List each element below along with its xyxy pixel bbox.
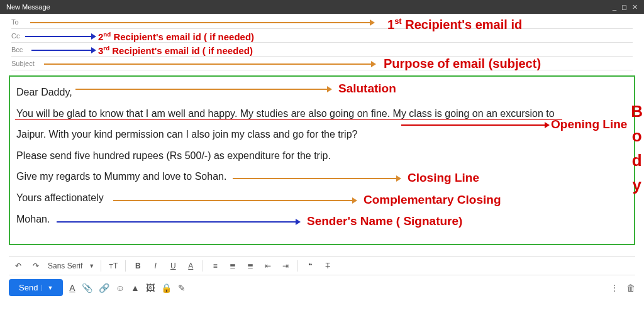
attach-file-icon[interactable]: 📎	[82, 283, 92, 293]
italic-icon[interactable]: I	[150, 260, 161, 272]
arrow-closing	[233, 178, 396, 179]
send-options-caret-icon[interactable]: ▼	[42, 285, 53, 291]
compose-title: New Message	[6, 3, 50, 11]
annot-salutation: Salutation	[338, 82, 396, 96]
align-icon[interactable]: ≡	[209, 260, 221, 272]
insert-emoji-icon[interactable]: ☺	[116, 283, 125, 293]
arrow-bcc	[31, 50, 91, 51]
send-button[interactable]: Send ▼	[9, 279, 63, 296]
arrow-opening-line	[401, 124, 545, 126]
annot-body-vertical: B o d y	[631, 99, 643, 197]
confidential-mode-icon[interactable]: 🔒	[161, 283, 172, 293]
insert-signature-icon[interactable]: ✎	[178, 283, 186, 293]
annot-recipient2: 2nd Recipient's email id ( if needed)	[98, 31, 254, 42]
arrow-signature	[57, 221, 296, 223]
maximize-icon[interactable]: ◻	[621, 3, 627, 11]
insert-photo-icon[interactable]: 🖼	[146, 283, 155, 293]
underline-opening	[15, 119, 562, 120]
font-family-select[interactable]: Sans Serif	[48, 262, 82, 270]
arrow-salutation	[75, 89, 327, 90]
discard-draft-icon[interactable]: 🗑	[626, 283, 635, 293]
send-button-label: Send	[19, 283, 38, 292]
text-color-icon[interactable]: A	[185, 260, 196, 272]
text-format-icon[interactable]: A	[69, 283, 75, 293]
window-controls: _ ◻ ✕	[613, 3, 638, 11]
format-toolbar: ↶ ↷ Sans Serif ▼ ᴛT B I U A ≡ ≣ ≣ ⇤ ⇥ ❝ …	[9, 256, 635, 275]
undo-icon[interactable]: ↶	[13, 260, 24, 272]
annot-closing: Closing Line	[408, 171, 479, 185]
body-p2: Jaipur. With your kind permission can I …	[16, 124, 628, 145]
arrow-subject	[44, 63, 371, 65]
send-row: Send ▼ A 📎 🔗 ☺ ▲ 🖼 🔒 ✎ ⋮ 🗑	[9, 279, 635, 296]
strikethrough-icon[interactable]: T	[322, 260, 333, 272]
arrow-cc	[25, 36, 91, 37]
annot-recipient1: 1st Recipient's email id	[387, 16, 522, 32]
font-caret-icon[interactable]: ▼	[89, 263, 94, 269]
annot-recipient3: 3rd Recipient's email id ( if needed)	[98, 45, 253, 56]
body-p4: Give my regards to Mummy and love to Soh…	[16, 166, 628, 187]
minimize-icon[interactable]: _	[613, 3, 616, 11]
annot-opening-line: Opening Line	[551, 118, 627, 131]
arrow-to	[30, 22, 370, 23]
close-icon[interactable]: ✕	[632, 3, 638, 11]
subject-label: Subject	[11, 60, 36, 67]
insert-drive-icon[interactable]: ▲	[131, 283, 140, 293]
redo-icon[interactable]: ↷	[30, 260, 42, 272]
body-closing: Yours affectionately	[16, 187, 628, 209]
annot-complementary: Complementary Closing	[364, 193, 501, 207]
underline-icon[interactable]: U	[167, 260, 179, 272]
more-options-icon[interactable]: ⋮	[610, 283, 619, 293]
bulleted-list-icon[interactable]: ≣	[245, 260, 256, 272]
indent-more-icon[interactable]: ⇥	[280, 260, 291, 272]
quote-icon[interactable]: ❝	[304, 260, 316, 272]
compose-titlebar: New Message _ ◻ ✕	[0, 0, 644, 14]
bold-icon[interactable]: B	[132, 260, 143, 272]
arrow-complementary	[113, 200, 352, 201]
body-p1: You will be glad to know that I am well …	[16, 103, 628, 124]
numbered-list-icon[interactable]: ≣	[227, 260, 238, 272]
annot-subject: Purpose of email (subject)	[384, 57, 541, 71]
insert-link-icon[interactable]: 🔗	[99, 283, 109, 293]
annot-signature: Sender's Name ( Signature)	[307, 214, 462, 228]
indent-less-icon[interactable]: ⇤	[262, 260, 274, 272]
email-body[interactable]: Dear Daddy, You will be glad to know tha…	[16, 82, 628, 229]
font-size-icon[interactable]: ᴛT	[108, 260, 119, 272]
body-p3: Please send five hundred rupees (Rs 500/…	[16, 145, 628, 167]
body-salutation: Dear Daddy,	[16, 82, 628, 103]
